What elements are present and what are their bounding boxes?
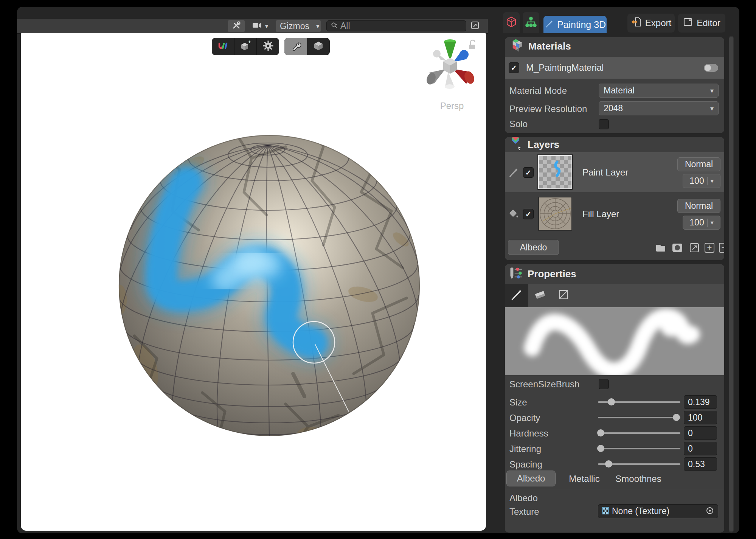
paintbrush-icon [544, 19, 553, 30]
hardness-slider-handle[interactable] [597, 429, 604, 436]
export-label: Export [645, 18, 671, 28]
tab-painting-3d[interactable]: Painting 3D [543, 16, 607, 33]
painting3d-panel: Painting 3D Export Editor [490, 7, 739, 533]
layers-header[interactable]: Layers [505, 137, 724, 152]
gizmos-label: Gizmos [280, 21, 309, 31]
layer-row-fill[interactable]: ✓ Fill Layer [505, 194, 724, 234]
layers-stack-icon [509, 137, 522, 152]
eraser-tool-button[interactable] [528, 284, 552, 307]
maximize-button[interactable] [469, 20, 481, 32]
unlock-icon[interactable] [468, 39, 478, 52]
editor-label: Editor [697, 18, 720, 28]
layer-name: Paint Layer [582, 167, 628, 178]
gradient-tool-button[interactable] [552, 284, 575, 307]
svg-text:+: + [248, 40, 251, 45]
scene-camera-dropdown[interactable]: ▾ [248, 20, 273, 32]
chevron-down-icon: ▾ [711, 219, 714, 226]
remove-layer-button[interactable]: − [719, 243, 724, 253]
scene-overlay-toolbar-right [284, 38, 330, 55]
material-toggle[interactable] [704, 64, 718, 72]
properties-header[interactable]: Properties [505, 264, 724, 284]
maximize-icon [470, 21, 480, 31]
screen-size-brush-checkbox[interactable] [599, 379, 609, 389]
brush-tool-button[interactable] [505, 284, 528, 307]
texture-object-field[interactable]: None (Texture) [598, 504, 718, 518]
diagonal-square-icon [558, 289, 569, 302]
opacity-divider [707, 219, 708, 227]
editor-window: ▾ Gizmos ▾ All [17, 7, 739, 533]
layer-opacity-dropdown[interactable]: 100 ▾ [683, 174, 720, 188]
settings-button[interactable] [257, 38, 279, 55]
material-mode-label: Material Mode [509, 85, 567, 96]
scene-tools-button[interactable] [228, 20, 245, 32]
properties-section: Properties [505, 264, 724, 533]
paint-layer-thumbnail[interactable] [538, 155, 572, 189]
material-name-label: M_PaintingMaterial [526, 62, 604, 73]
panel-scrollbar-thumb[interactable] [729, 37, 733, 531]
hardness-value-field[interactable]: 0 [684, 426, 717, 440]
materials-header[interactable]: Materials [505, 37, 724, 55]
layer-visible-checkbox[interactable]: ✓ [523, 167, 534, 178]
opacity-slider[interactable] [598, 417, 680, 418]
scene-overlay-toolbar-left: + [212, 38, 279, 55]
jittering-slider-handle[interactable] [597, 445, 604, 452]
layer-opacity-dropdown[interactable]: 100 ▾ [683, 216, 720, 230]
properties-sliders-icon [509, 266, 522, 281]
preview-resolution-dropdown[interactable]: 2048 ▾ [599, 101, 719, 115]
new-folder-icon[interactable] [655, 243, 666, 254]
material-row[interactable]: ✓ M_PaintingMaterial [505, 57, 724, 79]
add-layer-button[interactable]: + [705, 243, 714, 253]
mesh-tool-button[interactable] [307, 38, 330, 55]
jittering-value-field[interactable]: 0 [684, 442, 717, 455]
chevron-down-icon: ▾ [316, 22, 320, 30]
spacing-value-field[interactable]: 0.53 [684, 457, 717, 471]
object-picker-icon[interactable] [706, 506, 714, 516]
channel-tab-albedo[interactable]: Albedo [506, 471, 556, 486]
spacing-slider[interactable] [598, 463, 680, 465]
material-enabled-checkbox[interactable]: ✓ [509, 62, 519, 73]
wrench-tool-button[interactable] [284, 38, 307, 55]
app-root: ▾ Gizmos ▾ All [0, 0, 756, 539]
layer-opacity-value: 100 [689, 176, 704, 186]
layer-visible-checkbox[interactable]: ✓ [523, 209, 534, 219]
channel-tab-smoothness[interactable]: Smoothnes [614, 471, 663, 486]
scene-viewport[interactable]: + [21, 33, 486, 531]
export-button[interactable]: Export [627, 14, 675, 33]
chevron-down-icon: ▾ [711, 177, 714, 185]
size-slider-handle[interactable] [608, 398, 615, 405]
spacing-slider-handle[interactable] [605, 460, 612, 468]
albedo-section-label: Albedo [509, 493, 538, 503]
materials-section: Materials ✓ M_PaintingMaterial Material … [505, 37, 724, 133]
paint-plugin-button[interactable] [212, 38, 234, 55]
layer-row-paint[interactable]: ✓ Paint Layer Normal 100 ▾ [505, 152, 724, 192]
panel-tab-hierarchy[interactable] [523, 12, 539, 33]
channel-tab-metallic[interactable]: Metallic [565, 471, 603, 486]
opacity-value-field[interactable]: 100 [684, 411, 717, 424]
hardness-slider[interactable] [598, 432, 680, 434]
panel-scrollbar[interactable] [729, 36, 734, 533]
add-object-button[interactable]: + [234, 38, 257, 55]
blend-mode-button[interactable]: Normal [677, 199, 720, 213]
uv-cube-icon [505, 16, 517, 30]
layer-mask-icon[interactable] [672, 243, 683, 254]
search-placeholder: All [340, 21, 350, 31]
editor-button[interactable]: Editor [678, 14, 725, 33]
blend-mode-button[interactable]: Normal [677, 157, 720, 171]
size-value-field[interactable]: 0.139 [684, 395, 717, 409]
gizmos-dropdown[interactable]: Gizmos ▾ [276, 20, 321, 32]
resize-layer-icon[interactable] [689, 242, 700, 255]
preview-resolution-label: Preview Resolution [509, 104, 587, 114]
layers-channel-button[interactable]: Albedo [508, 240, 559, 255]
jittering-slider[interactable] [598, 448, 680, 449]
opacity-slider-handle[interactable] [673, 414, 680, 421]
persp-label[interactable]: Persp [431, 101, 473, 111]
size-slider[interactable] [598, 401, 680, 403]
material-mode-dropdown[interactable]: Material ▾ [599, 84, 719, 98]
solo-label: Solo [509, 119, 528, 129]
materials-cube-icon [509, 38, 523, 54]
panel-tab-uv[interactable] [503, 12, 520, 33]
solo-checkbox[interactable] [599, 119, 609, 129]
fill-layer-thumbnail[interactable] [538, 197, 572, 231]
scene-toolbar: ▾ Gizmos ▾ All [17, 19, 488, 34]
scene-search-input[interactable]: All [326, 20, 466, 31]
